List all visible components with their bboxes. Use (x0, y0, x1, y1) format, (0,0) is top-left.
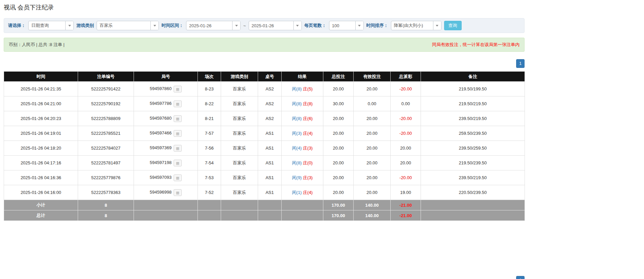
cell-total-bet[interactable]: 20.00 (323, 111, 354, 126)
cell-session: 8-23 (198, 82, 221, 96)
cell-payout: -20.00 (391, 170, 421, 185)
cell-result: 闲(8) 庄(0) (282, 156, 323, 170)
table-row: 2025-01-26 04:21:00 522225790192 5945977… (4, 96, 525, 111)
round-number: 594596998 (150, 190, 172, 195)
cell-table-number: AS2 (258, 96, 282, 111)
pagination-bottom: 1 (4, 276, 525, 279)
cell-result: 闲(1) 庄(4) (282, 185, 323, 200)
result-player: 闲(4) (292, 146, 302, 151)
cell-game-type: 百家乐 (221, 141, 258, 156)
view-cards-button[interactable]: ▦ (174, 174, 182, 181)
cell-time: 2025-01-26 04:21:00 (4, 96, 78, 111)
chevron-down-icon[interactable] (433, 21, 441, 30)
date-from-value: 2025-01-26 (186, 21, 232, 30)
cell-total-bet[interactable]: 20.00 (323, 170, 354, 185)
cell-round: 594597198▦ (134, 156, 198, 170)
cell-payout: 20.00 (391, 156, 421, 170)
cell-total-bet[interactable]: 20.00 (323, 156, 354, 170)
cards-icon: ▦ (176, 161, 179, 165)
result-player: 闲(1) (292, 190, 302, 195)
query-type-value: 日期查询 (29, 21, 65, 30)
cell-bet-id: 522225784027 (78, 141, 134, 156)
page-1-button[interactable]: 1 (516, 59, 525, 68)
total-count: 8 (78, 210, 134, 221)
page-1-button[interactable]: 1 (516, 276, 525, 279)
cell-total-bet[interactable]: 20.00 (323, 126, 354, 141)
column-header: 总派彩 (391, 72, 421, 82)
cards-icon: ▦ (176, 176, 179, 180)
cell-total-bet[interactable]: 30.00 (323, 96, 354, 111)
cell-result: 闲(8) 庄(8) (282, 96, 323, 111)
cards-icon: ▦ (176, 131, 179, 135)
table-row: 2025-01-26 04:16:36 522225779876 5945970… (4, 170, 525, 185)
cell-time: 2025-01-26 04:21:35 (4, 82, 78, 96)
cell-valid-bet: 20.00 (354, 156, 391, 170)
result-player: 闲(8) (292, 101, 302, 106)
view-cards-button[interactable]: ▦ (174, 86, 182, 92)
cell-bet-id: 522225791422 (78, 82, 134, 96)
cell-round: 594597786▦ (134, 96, 198, 111)
cell-remark: 219.50/219.50 (421, 96, 525, 111)
cell-result: 闲(4) 庄(3) (282, 141, 323, 156)
cell-total-bet[interactable]: 20.00 (323, 185, 354, 200)
chevron-down-icon[interactable] (65, 21, 73, 30)
search-button[interactable]: 查询 (444, 21, 462, 30)
cell-result: 闲(3) 庄(4) (282, 126, 323, 141)
chevron-down-icon[interactable] (355, 21, 363, 30)
cards-icon: ▦ (176, 117, 179, 121)
view-cards-button[interactable]: ▦ (174, 130, 182, 137)
date-from-select[interactable]: 2025-01-26 (186, 21, 241, 30)
time-sort-select[interactable]: 降冪(由大到小) (391, 21, 441, 30)
filter-bar: 请选择： 日期查询 游戏类别 百家乐 时间区间： 2025-01-26 ~ 20… (4, 18, 525, 33)
column-header: 注单编号 (78, 72, 134, 82)
cell-payout: 19.00 (391, 185, 421, 200)
cell-remark: 239.50/259.50 (421, 141, 525, 156)
subtotal-count: 8 (78, 200, 134, 210)
query-type-select[interactable]: 日期查询 (28, 21, 74, 30)
chevron-down-icon[interactable] (293, 21, 301, 30)
grand-total-row: 总计 8 170.00 140.00 -21.00 (4, 210, 525, 221)
total-total-bet: 170.00 (323, 210, 354, 221)
cell-bet-id: 522225785521 (78, 126, 134, 141)
cell-result: 闲(9) 庄(3) (282, 170, 323, 185)
date-to-value: 2025-01-26 (249, 21, 293, 30)
table-row: 2025-01-26 04:16:00 522225778363 5945969… (4, 185, 525, 200)
cell-game-type: 百家乐 (221, 111, 258, 126)
date-range-tilde: ~ (243, 23, 246, 28)
cell-table-number: AS1 (258, 126, 282, 141)
date-range-label: 时间区间： (162, 23, 183, 29)
total-payout: -21.00 (391, 210, 421, 221)
chevron-down-icon[interactable] (232, 21, 240, 30)
chevron-down-icon[interactable] (150, 21, 158, 30)
cell-payout: 0.00 (391, 96, 421, 111)
result-banker: 庄(4) (303, 190, 313, 195)
view-cards-button[interactable]: ▦ (174, 160, 182, 166)
view-cards-button[interactable]: ▦ (174, 115, 182, 122)
cell-total-bet[interactable]: 20.00 (323, 82, 354, 96)
cell-bet-id: 522225788809 (78, 111, 134, 126)
date-to-select[interactable]: 2025-01-26 (249, 21, 302, 30)
game-type-select[interactable]: 百家乐 (97, 21, 159, 30)
cell-payout: -20.00 (391, 111, 421, 126)
cards-icon: ▦ (176, 146, 179, 150)
cell-session: 7-52 (198, 185, 221, 200)
cell-valid-bet: 20.00 (354, 126, 391, 141)
view-cards-button[interactable]: ▦ (174, 101, 182, 107)
cell-total-bet[interactable]: 20.00 (323, 141, 354, 156)
view-cards-button[interactable]: ▦ (174, 189, 182, 196)
cards-icon: ▦ (176, 102, 179, 106)
cell-session: 8-21 (198, 111, 221, 126)
round-number: 594597093 (150, 175, 172, 180)
column-header: 结果 (282, 72, 323, 82)
table-row: 2025-01-26 04:21:35 522225791422 5945978… (4, 82, 525, 96)
subtotal-label: 小计 (4, 200, 78, 210)
cell-table-number: AS1 (258, 141, 282, 156)
page-size-select[interactable]: 100 (329, 21, 364, 30)
cell-remark: 220.50/239.50 (421, 185, 525, 200)
cell-table-number: AS2 (258, 82, 282, 96)
view-cards-button[interactable]: ▦ (174, 145, 182, 152)
cell-result: 闲(8) 庄(5) (282, 82, 323, 96)
cards-icon: ▦ (176, 87, 179, 91)
column-header: 游戏类别 (221, 72, 258, 82)
result-banker: 庄(3) (303, 175, 313, 180)
